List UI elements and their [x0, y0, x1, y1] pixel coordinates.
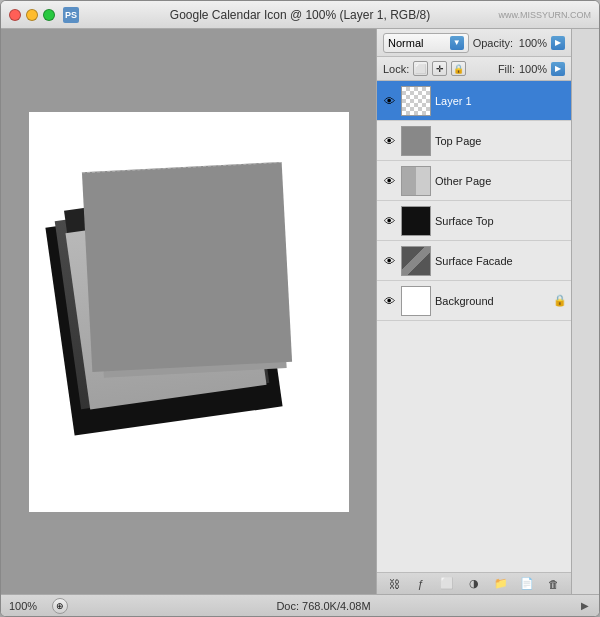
layer-row-1[interactable]: 👁 Top Page: [377, 121, 571, 161]
artwork-layer1: [81, 161, 291, 371]
layer-visibility-4[interactable]: 👁: [381, 253, 397, 269]
layer-visibility-0[interactable]: 👁: [381, 93, 397, 109]
blend-mode-select[interactable]: Normal ▼: [383, 33, 469, 53]
layer-thumb-content-5: [402, 287, 430, 315]
layer-row-0[interactable]: 👁 Layer 1: [377, 81, 571, 121]
zoom-level: 100%: [9, 600, 44, 612]
layer-name-3: Surface Top: [435, 215, 567, 227]
layer-thumb-1: [401, 126, 431, 156]
blend-mode-label: Normal: [388, 37, 423, 49]
layer-visibility-3[interactable]: 👁: [381, 213, 397, 229]
layer-thumb-2: [401, 166, 431, 196]
watermark: www.MISSYURN.COM: [498, 10, 591, 20]
titlebar: PS Google Calendar Icon @ 100% (Layer 1,…: [1, 1, 599, 29]
blend-mode-arrow[interactable]: ▼: [450, 36, 464, 50]
layer-visibility-5[interactable]: 👁: [381, 293, 397, 309]
add-adjustment-button[interactable]: ◑: [465, 576, 483, 591]
layer-thumb-0: [401, 86, 431, 116]
blend-mode-bar: Normal ▼ Opacity: 100% ▶: [377, 29, 571, 57]
close-button[interactable]: [9, 9, 21, 21]
panel-footer: ⛓ ƒ ⬜ ◑ 📁 📄 🗑: [377, 572, 571, 594]
layer-thumb-content-0: [402, 87, 430, 115]
layer-thumb-5: [401, 286, 431, 316]
layer-row-2[interactable]: 👁 Other Page: [377, 161, 571, 201]
window-title: Google Calendar Icon @ 100% (Layer 1, RG…: [170, 8, 430, 22]
lock-all-button[interactable]: 🔒: [451, 61, 466, 76]
opacity-value: 100%: [517, 37, 547, 49]
main-window: PS Google Calendar Icon @ 100% (Layer 1,…: [0, 0, 600, 617]
layer-name-4: Surface Facade: [435, 255, 567, 267]
layer-row-3[interactable]: 👁 Surface Top: [377, 201, 571, 241]
layer-name-5: Background: [435, 295, 549, 307]
canvas-area[interactable]: [1, 29, 376, 594]
layer-name-2: Other Page: [435, 175, 567, 187]
opacity-label: Opacity:: [473, 37, 513, 49]
layer-thumb-content-4: [402, 247, 430, 275]
opacity-arrow[interactable]: ▶: [551, 36, 565, 50]
layer-row-5[interactable]: 👁 Background 🔒: [377, 281, 571, 321]
main-content: Normal ▼ Opacity: 100% ▶ Lock: ⬜ ✛ 🔒 Fil…: [1, 29, 599, 594]
layers-list: 👁 Layer 1 👁 Top Page 👁: [377, 81, 571, 572]
layer-thumb-4: [401, 246, 431, 276]
layer-thumb-content-2: [402, 167, 430, 195]
lock-label: Lock:: [383, 63, 409, 75]
fill-value: 100%: [519, 63, 547, 75]
layer-thumb-content-3: [402, 207, 430, 235]
doc-info: Doc: 768.0K/4.08M: [76, 600, 571, 612]
layer-name-0: Layer 1: [435, 95, 567, 107]
canvas-inner: [29, 112, 349, 512]
layer-thumb-3: [401, 206, 431, 236]
fill-arrow[interactable]: ▶: [551, 62, 565, 76]
app-icon: PS: [63, 7, 79, 23]
layer-thumb-content-1: [402, 127, 430, 155]
fill-label: Fill:: [498, 63, 515, 75]
layer-visibility-2[interactable]: 👁: [381, 173, 397, 189]
layer-row-4[interactable]: 👁 Surface Facade: [377, 241, 571, 281]
add-layer-button[interactable]: 📄: [518, 576, 536, 591]
status-arrow[interactable]: ▶: [579, 600, 591, 612]
add-group-button[interactable]: 📁: [492, 576, 510, 591]
add-style-button[interactable]: ƒ: [412, 576, 430, 591]
lock-position-button[interactable]: ✛: [432, 61, 447, 76]
link-layers-button[interactable]: ⛓: [385, 576, 403, 591]
maximize-button[interactable]: [43, 9, 55, 21]
layer-name-1: Top Page: [435, 135, 567, 147]
statusbar: 100% ⊕ Doc: 768.0K/4.08M ▶: [1, 594, 599, 616]
add-mask-button[interactable]: ⬜: [438, 576, 456, 591]
lock-pixels-button[interactable]: ⬜: [413, 61, 428, 76]
minimize-button[interactable]: [26, 9, 38, 21]
layer-visibility-1[interactable]: 👁: [381, 133, 397, 149]
lock-bar: Lock: ⬜ ✛ 🔒 Fill: 100% ▶: [377, 57, 571, 81]
layers-panel: Normal ▼ Opacity: 100% ▶ Lock: ⬜ ✛ 🔒 Fil…: [376, 29, 571, 594]
canvas-options-button[interactable]: ⊕: [52, 598, 68, 614]
background-lock-icon: 🔒: [553, 294, 567, 307]
delete-layer-button[interactable]: 🗑: [545, 576, 563, 591]
right-panel-strip: [571, 29, 599, 594]
traffic-lights: [9, 9, 55, 21]
